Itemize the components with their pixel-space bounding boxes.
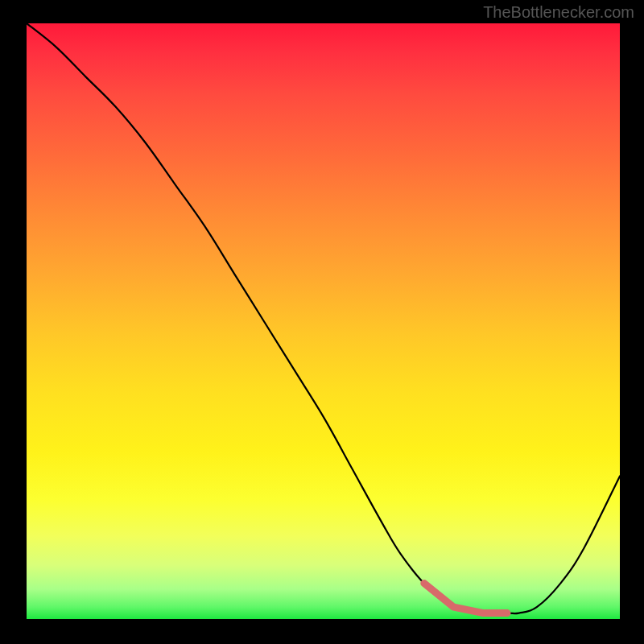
chart-svg xyxy=(27,23,620,619)
plot-area xyxy=(27,23,620,619)
valley-marker xyxy=(424,584,507,613)
bottleneck-curve xyxy=(27,23,620,613)
watermark-text: TheBottlenecker.com xyxy=(483,3,634,22)
